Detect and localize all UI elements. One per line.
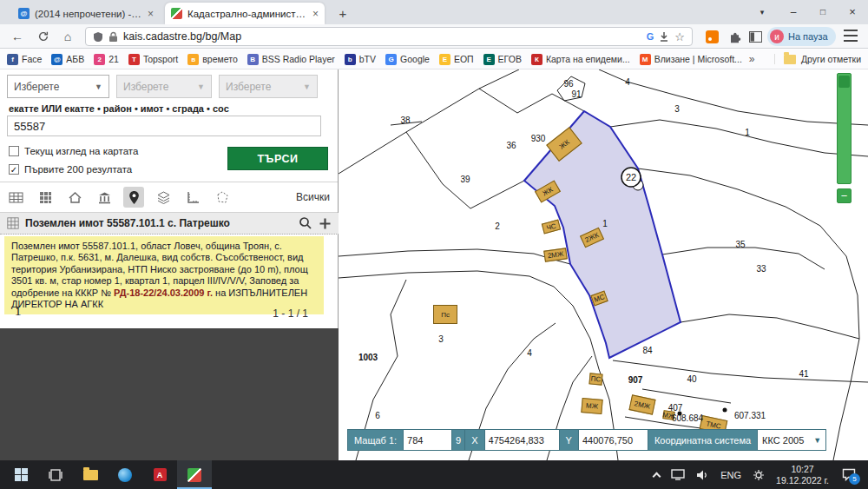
url-bar[interactable]: kais.cadastre.bg/bg/Map G ☆ [85,27,693,46]
back-button[interactable]: ← [7,26,28,47]
bookmark-item[interactable]: 221 [94,54,119,65]
tab-close-icon[interactable]: × [148,9,154,19]
bookmark-favicon: Е [439,54,450,65]
minimize-button[interactable]: – [779,0,807,24]
cadastre-app-taskbar-icon[interactable] [177,460,212,489]
scale-mini-label: 9 [451,429,464,451]
checkbox-current-view[interactable]: Текущ изглед на картата [9,146,138,156]
extension-rss-icon[interactable] [701,26,722,47]
settings-gear-icon[interactable] [753,469,765,481]
bookmarks-overflow-chevron[interactable]: » [749,53,755,65]
zoom-control[interactable]: − [837,73,852,203]
bookmark-item[interactable]: МВлизане | Microsoft... [640,54,742,65]
select-ekatte[interactable]: Изберете▼ [7,75,109,98]
bookmark-item[interactable]: TTopsport [128,54,178,65]
x-coordinate-input[interactable] [484,429,559,451]
task-view-icon[interactable] [38,460,73,489]
select-imot[interactable]: Изберете▼ [219,75,318,98]
search-input[interactable] [7,116,321,136]
bookmark-item[interactable]: BBSS Radio Player [247,54,335,65]
url-text[interactable]: kais.cadastre.bg/bg/Map [123,30,641,43]
start-button[interactable] [3,460,38,489]
bookmark-item[interactable]: ввремето [187,54,238,65]
tab-cadastre[interactable]: Кадастрално-административна × [165,3,325,24]
tab-mail[interactable]: @ (2014 непрочетени) - АБВ поща × [12,3,160,24]
select-rayon[interactable]: Изберете▼ [116,75,212,98]
volume-icon[interactable] [696,469,709,481]
bookmark-item[interactable]: fFace [7,54,42,65]
search-button[interactable]: ТЪРСИ [227,147,328,170]
checkbox-icon[interactable] [9,146,19,156]
tab-close-icon[interactable]: × [312,9,319,19]
tray-expand-chevron-icon[interactable] [653,472,661,480]
lock-icon [108,31,118,43]
shield-icon [93,31,103,43]
notification-center-icon[interactable]: 5 [840,466,858,484]
mail-favicon-icon: @ [18,8,30,19]
system-tray: ENG 10:27 19.12.2022 г. 5 [654,464,865,486]
zoom-slider-thumb[interactable] [838,76,850,88]
sync-profile-chip[interactable]: и На пауза [767,27,836,46]
scale-input[interactable] [403,429,451,451]
zoom-slider[interactable] [837,73,852,184]
bookmark-item[interactable]: GGoogle [385,54,430,65]
ruler-icon[interactable] [182,187,203,208]
maximize-button[interactable]: □ [809,0,837,24]
polygon-measure-icon[interactable] [212,187,233,208]
table-view-icon[interactable] [5,187,26,208]
chevron-down-icon: ▼ [95,83,102,91]
extensions-puzzle-icon[interactable] [724,26,745,47]
home-button[interactable]: ⌂ [57,26,78,47]
bookmark-item[interactable]: ЕЕГОВ [483,54,522,65]
y-coordinate-input[interactable] [578,429,648,451]
translate-page-action-icon[interactable]: G [647,31,654,42]
building-icon[interactable] [94,187,115,208]
new-tab-button[interactable]: + [333,4,352,23]
sidebar-toggle-icon[interactable] [745,26,766,47]
list-tabs-button[interactable]: ▾ [748,0,776,24]
zoom-to-result-icon[interactable] [299,216,312,230]
bookmark-star-icon[interactable]: ☆ [674,30,685,43]
cadastre-map-svg: 22 [339,69,868,460]
edge-browser-icon[interactable] [108,460,142,489]
reload-button[interactable] [33,26,54,47]
bookmark-item[interactable]: ЕЕОП [439,54,474,65]
bookmark-item[interactable]: @АБВ [51,54,84,65]
taskbar-clock[interactable]: 10:27 19.12.2022 г. [776,464,829,486]
bookmarks-list: fFace@АБВ221TTopsportввреметоBBSS Radio … [7,54,742,65]
bookmark-favicon: К [531,54,542,65]
layers-icon[interactable] [153,187,174,208]
page-number[interactable]: 1 [15,304,22,319]
marker-number: 22 [626,172,636,182]
highlighted-parcel[interactable] [524,111,681,358]
bookmark-label: Влизане | Microsoft... [654,54,742,64]
checkbox-checked-icon[interactable]: ✓ [9,164,19,175]
close-window-button[interactable]: × [838,0,866,24]
menu-hamburger-icon[interactable] [844,30,858,42]
other-bookmarks[interactable]: Други отметки [774,54,861,64]
pin-marker-icon[interactable] [123,187,144,208]
file-explorer-icon[interactable] [73,460,108,489]
home-icon[interactable] [64,187,85,208]
bookmark-item[interactable]: ККарта на епидеми... [531,54,630,65]
bookmark-item[interactable]: bbTV [345,54,376,65]
grid-view-icon[interactable] [35,187,56,208]
profile-avatar: и [770,30,784,43]
bookmark-label: Topsport [143,54,178,64]
network-icon[interactable] [671,469,685,480]
adobe-reader-icon[interactable]: A [142,460,177,489]
result-header-row[interactable]: Поземлен имот 55587.101.1 с. Патрешко [0,213,339,235]
add-result-icon[interactable] [319,217,332,230]
checkbox-first-200[interactable]: ✓ Първите 200 резултата [9,164,132,175]
result-details[interactable]: Поземлен имот 55587.101.1, област Ловеч,… [4,236,324,314]
tab-title: (2014 непрочетени) - АБВ поща [35,9,142,19]
layers-all-label[interactable]: Всички [296,191,333,203]
clock-time: 10:27 [776,464,829,475]
map-canvas[interactable]: 22 ЖКЖКЧС2ЖК2МЖПсМСПСМЖ2МЖМЖТМС969143138… [339,69,868,460]
clock-date: 19.12.2022 г. [776,475,829,486]
save-page-action-icon[interactable] [659,31,669,42]
chevron-down-icon: ▼ [303,83,311,91]
language-indicator[interactable]: ENG [720,470,741,480]
zoom-out-button[interactable]: − [837,188,852,203]
crs-select[interactable]: ККС 2005▼ [757,429,826,451]
